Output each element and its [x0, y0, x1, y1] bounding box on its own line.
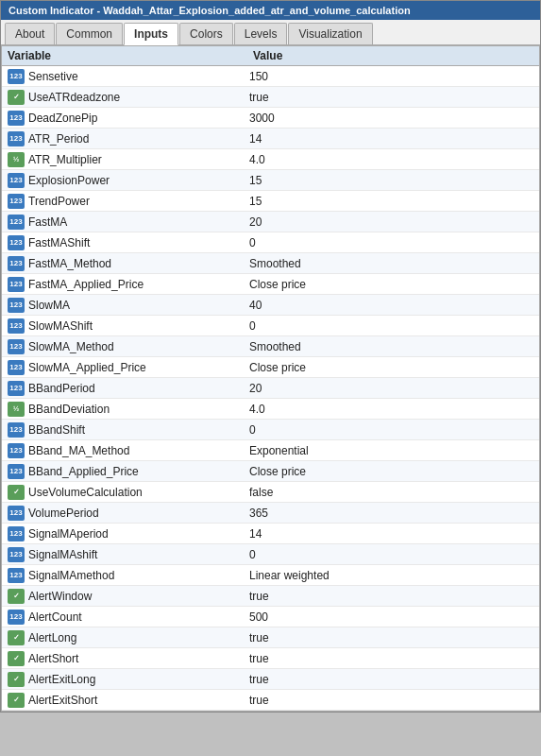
row-variable-name: AlertCount [28, 610, 249, 624]
tab-common[interactable]: Common [56, 23, 123, 44]
table-row[interactable]: 123FastMA_MethodSmoothed [2, 253, 539, 274]
window-title: Custom Indicator - Waddah_Attar_Explosio… [8, 5, 411, 16]
number-icon: 123 [8, 360, 25, 375]
row-variable-name: BBand_MA_Method [28, 444, 249, 457]
row-variable-name: SignalMAmethod [28, 569, 249, 582]
table-row[interactable]: 123TrendPower15 [2, 191, 539, 212]
row-variable-value: true [249, 590, 533, 603]
row-variable-value: 365 [249, 507, 533, 520]
row-variable-value: Linear weighted [249, 569, 533, 582]
number-icon: 123 [8, 215, 25, 230]
row-variable-name: Sensetive [28, 70, 249, 83]
table-row[interactable]: 123SlowMA40 [2, 295, 539, 316]
table-row[interactable]: 123AlertCount500 [2, 607, 539, 627]
table-row[interactable]: 123SlowMA_MethodSmoothed [2, 336, 539, 357]
table-row[interactable]: ½BBandDeviation4.0 [2, 399, 539, 420]
col-header-value: Value [253, 49, 533, 62]
row-variable-value: 20 [249, 215, 533, 229]
table-row[interactable]: ✓UseVolumeCalculationfalse [2, 482, 539, 503]
table-row[interactable]: 123FastMA20 [2, 212, 539, 232]
row-variable-name: ATR_Multiplier [28, 153, 249, 166]
row-variable-value: 14 [249, 132, 533, 146]
table-row[interactable]: ½ATR_Multiplier4.0 [2, 149, 539, 170]
table-row[interactable]: 123SignalMAperiod14 [2, 524, 539, 544]
number-icon: 123 [8, 464, 25, 479]
table-row[interactable]: 123SlowMAShift0 [2, 316, 539, 336]
number-icon: 123 [8, 526, 25, 541]
table-row[interactable]: 123Sensetive150 [2, 66, 539, 87]
row-variable-value: Smoothed [249, 340, 533, 353]
row-variable-name: BBand_Applied_Price [28, 465, 249, 478]
row-variable-value: 150 [249, 70, 533, 83]
table-row[interactable]: ✓UseATRdeadzonetrue [2, 87, 539, 108]
number-icon: 123 [8, 256, 25, 271]
row-variable-value: 15 [249, 195, 533, 208]
table-row[interactable]: 123VolumePeriod365 [2, 503, 539, 524]
table-row[interactable]: ✓AlertExitLongtrue [2, 669, 539, 690]
row-variable-value: Close price [249, 465, 533, 478]
number-icon: 123 [8, 422, 25, 438]
check-icon: ✓ [8, 90, 25, 105]
row-variable-name: FastMA_Method [28, 257, 249, 270]
row-variable-name: ExplosionPower [28, 174, 249, 187]
row-variable-name: VolumePeriod [28, 507, 249, 520]
row-variable-value: Smoothed [249, 257, 533, 270]
row-variable-value: true [249, 673, 533, 686]
table-row[interactable]: 123SignalMAshift0 [2, 544, 539, 565]
number-icon: 123 [8, 318, 25, 334]
table-row[interactable]: 123BBandPeriod20 [2, 378, 539, 399]
row-variable-value: 4.0 [249, 403, 533, 416]
check-icon: ✓ [8, 630, 25, 645]
main-window: Custom Indicator - Waddah_Attar_Explosio… [0, 0, 541, 713]
table-row[interactable]: 123BBand_Applied_PriceClose price [2, 461, 539, 482]
row-variable-value: Close price [249, 278, 533, 291]
row-variable-value: 4.0 [249, 153, 533, 166]
table-row[interactable]: ✓AlertLongtrue [2, 627, 539, 648]
row-variable-value: 0 [249, 423, 533, 437]
check-icon: ✓ [8, 672, 25, 687]
row-variable-name: AlertWindow [28, 590, 249, 603]
table-row[interactable]: 123DeadZonePip3000 [2, 108, 539, 129]
tab-visualization[interactable]: Visualization [288, 23, 372, 44]
number-icon: 123 [8, 381, 25, 396]
number-icon: 123 [8, 547, 25, 562]
table-row[interactable]: ✓AlertExitShorttrue [2, 690, 539, 711]
row-variable-name: SlowMA_Method [28, 340, 249, 353]
tab-bar: AboutCommonInputsColorsLevelsVisualizati… [1, 20, 540, 45]
table-row[interactable]: ✓AlertShorttrue [2, 648, 539, 669]
tab-inputs[interactable]: Inputs [124, 23, 178, 45]
row-variable-value: 14 [249, 527, 533, 541]
table-row[interactable]: 123FastMA_Applied_PriceClose price [2, 274, 539, 295]
row-variable-value: 40 [249, 299, 533, 312]
table-row[interactable]: 123BBandShift0 [2, 420, 539, 440]
number-icon: 123 [8, 131, 25, 146]
number-icon: 123 [8, 111, 25, 126]
number-icon: 123 [8, 610, 25, 625]
table-row[interactable]: 123FastMAShift0 [2, 232, 539, 253]
table-row[interactable]: 123BBand_MA_MethodExponential [2, 440, 539, 461]
tab-colors[interactable]: Colors [179, 23, 233, 44]
row-variable-value: true [249, 631, 533, 644]
row-variable-name: BBandShift [28, 423, 249, 437]
number-icon: 123 [8, 506, 25, 521]
row-variable-value: 0 [249, 236, 533, 249]
title-bar: Custom Indicator - Waddah_Attar_Explosio… [1, 1, 540, 20]
row-variable-name: DeadZonePip [28, 112, 249, 125]
row-variable-value: 0 [249, 548, 533, 561]
content-area: Variable Value 123Sensetive150✓UseATRdea… [1, 45, 540, 712]
table-header: Variable Value [2, 46, 539, 66]
table-row[interactable]: 123ExplosionPower15 [2, 170, 539, 191]
row-variable-value: 15 [249, 174, 533, 187]
check-icon: ✓ [8, 589, 25, 604]
table-row[interactable]: 123ATR_Period14 [2, 129, 539, 149]
tab-about[interactable]: About [5, 23, 55, 44]
row-variable-name: SlowMAShift [28, 319, 249, 333]
row-variable-name: FastMAShift [28, 236, 249, 249]
table-row[interactable]: 123SlowMA_Applied_PriceClose price [2, 357, 539, 378]
row-variable-value: false [249, 486, 533, 499]
row-variable-value: true [249, 91, 533, 104]
number-icon: 123 [8, 443, 25, 458]
tab-levels[interactable]: Levels [234, 23, 288, 44]
table-row[interactable]: 123SignalMAmethodLinear weighted [2, 565, 539, 586]
table-row[interactable]: ✓AlertWindowtrue [2, 586, 539, 607]
